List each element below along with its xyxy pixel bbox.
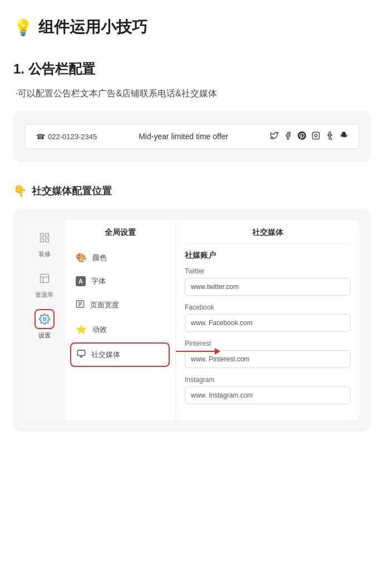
svg-point-7	[43, 318, 46, 321]
settings-icon-box	[35, 309, 55, 329]
arrow-line	[176, 351, 215, 352]
svg-rect-3	[45, 234, 48, 237]
announcement-bar-demo-card: ☎ 022-0123-2345 Mid-year limited time of…	[13, 111, 371, 162]
menu-item-color[interactable]: 🎨 颜色	[70, 247, 170, 268]
page-title: 组件运用小技巧	[38, 17, 147, 38]
instagram-input[interactable]	[185, 386, 351, 404]
instagram-icon	[312, 131, 320, 141]
menu-item-social[interactable]: 社交媒体	[70, 342, 170, 367]
social-accounts-heading: 社媒账户	[185, 251, 351, 261]
svg-rect-9	[77, 350, 85, 355]
tumblr-icon	[326, 131, 334, 141]
settings-right-panel: 社交媒体 社媒账户 Twitter Facebook Pinterest Ins…	[176, 220, 360, 420]
svg-rect-4	[45, 239, 48, 242]
color-icon: 🎨	[76, 252, 87, 263]
menu-item-animation[interactable]: ⭐ 动效	[70, 318, 170, 340]
svg-rect-5	[40, 239, 43, 242]
arrow-head	[215, 348, 220, 355]
sidebar-item-settings[interactable]: 设置	[35, 309, 55, 340]
settings-sidebar: 装修 资源库 设置	[24, 220, 65, 420]
menu-item-color-label: 颜色	[92, 253, 107, 263]
phone-info: ☎ 022-0123-2345	[36, 133, 97, 141]
arrow-indicator	[176, 348, 220, 355]
svg-rect-2	[40, 234, 43, 237]
right-panel-title: 社交媒体	[185, 228, 351, 244]
settings-inner: 装修 资源库 设置	[24, 220, 360, 420]
title-emoji: 💡	[13, 18, 33, 37]
svg-rect-0	[312, 132, 319, 139]
middle-panel-title: 全局设置	[70, 228, 170, 238]
sub-bullet-text: 社交媒体配置位置	[32, 184, 112, 198]
twitter-icon	[270, 131, 278, 141]
pinterest-icon	[298, 131, 306, 141]
phone-number: 022-0123-2345	[48, 133, 97, 141]
settings-middle-panel: 全局设置 🎨 颜色 A 字体 页面宽度	[65, 220, 176, 420]
animation-icon: ⭐	[76, 324, 87, 335]
section1-heading: 1. 公告栏配置	[13, 60, 371, 78]
menu-item-width-label: 页面宽度	[90, 300, 119, 310]
svg-rect-6	[40, 275, 48, 283]
twitter-input[interactable]	[185, 278, 351, 296]
settings-label: 设置	[38, 331, 51, 340]
instagram-field-label: Instagram	[185, 376, 351, 384]
sidebar-item-assets[interactable]: 资源库	[35, 268, 55, 299]
assets-icon-box	[35, 268, 55, 288]
social-field-twitter: Twitter	[185, 267, 351, 296]
facebook-input[interactable]	[185, 314, 351, 332]
sub-bullet-emoji: 👇	[13, 184, 27, 198]
social-icons-bar	[270, 131, 348, 141]
facebook-icon	[284, 131, 292, 141]
facebook-field-label: Facebook	[185, 303, 351, 311]
menu-item-font-label: 字体	[91, 276, 106, 286]
phone-icon: ☎	[36, 133, 45, 141]
menu-item-font[interactable]: A 字体	[70, 271, 170, 292]
menu-item-social-label: 社交媒体	[91, 350, 120, 360]
announcement-bar: ☎ 022-0123-2345 Mid-year limited time of…	[24, 124, 360, 149]
snapchat-icon	[339, 131, 348, 141]
font-icon: A	[76, 276, 86, 286]
twitter-field-label: Twitter	[185, 267, 351, 275]
social-field-facebook: Facebook	[185, 303, 351, 332]
settings-mockup-card: 装修 资源库 设置	[13, 209, 371, 432]
pinterest-field-label: Pinterest	[185, 340, 351, 347]
section1-bullet: ·可以配置公告栏文本广告&店铺联系电话&社交媒体	[13, 88, 371, 100]
page-title-row: 💡 组件运用小技巧	[13, 17, 371, 38]
sub-bullet-row: 👇 社交媒体配置位置	[13, 184, 371, 198]
menu-item-width[interactable]: 页面宽度	[70, 294, 170, 316]
assets-label: 资源库	[35, 291, 53, 299]
decoration-label: 装修	[38, 250, 51, 258]
social-field-instagram: Instagram	[185, 376, 351, 404]
sidebar-item-decoration[interactable]: 装修	[35, 228, 55, 258]
promo-text: Mid-year limited time offer	[139, 132, 228, 141]
width-icon	[76, 300, 85, 311]
menu-item-animation-label: 动效	[92, 325, 107, 335]
decoration-icon-box	[35, 228, 55, 248]
social-menu-icon	[77, 349, 86, 360]
